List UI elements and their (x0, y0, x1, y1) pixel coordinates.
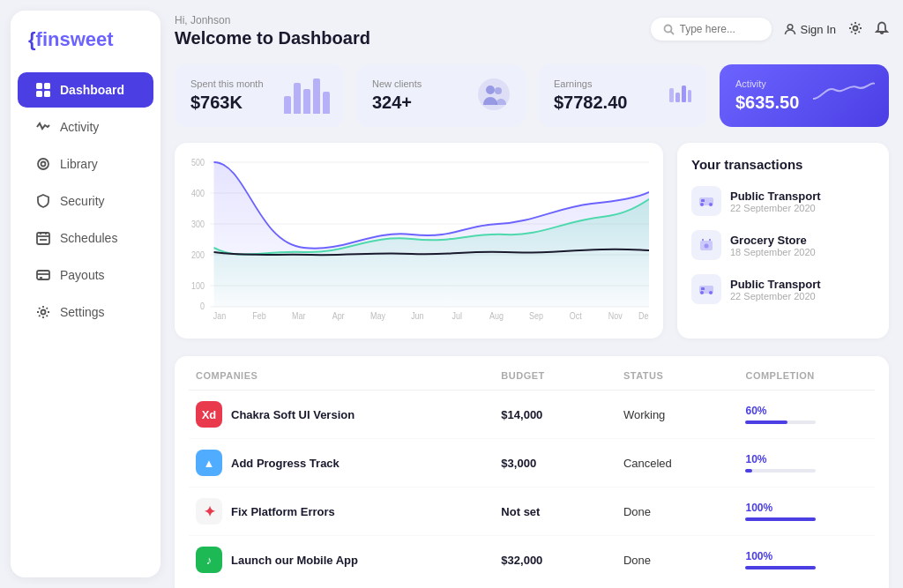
stats-row: Spent this month $763K New clients 324+ (175, 64, 889, 127)
progress-bar-bg (745, 566, 816, 569)
svg-rect-1 (44, 83, 50, 89)
completion-pct: 100% (745, 550, 868, 562)
completion-cell: 100% (745, 502, 868, 521)
svg-point-58 (709, 291, 713, 294)
svg-text:Dec: Dec (638, 310, 649, 321)
svg-rect-23 (675, 93, 680, 102)
status-cell: Done (623, 554, 746, 567)
status-cell: Working (623, 408, 746, 421)
transaction-item-2: Grocery Store 18 September 2020 (691, 230, 875, 260)
svg-text:Jun: Jun (411, 310, 423, 321)
payouts-icon (35, 267, 51, 283)
svg-rect-0 (36, 83, 42, 89)
svg-text:200: 200 (191, 249, 205, 260)
company-cell: Xd Chakra Soft UI Version (196, 401, 501, 428)
transaction-item-1: Public Transport 22 September 2020 (691, 186, 875, 216)
svg-point-19 (478, 78, 510, 110)
svg-rect-53 (701, 199, 705, 202)
company-icon: ♪ (196, 547, 222, 573)
svg-point-21 (495, 87, 502, 94)
table-section: COMPANIES BUDGET STATUS COMPLETION Xd Ch… (175, 356, 889, 588)
settings-button[interactable] (848, 21, 862, 38)
svg-text:100: 100 (191, 280, 205, 291)
svg-text:0: 0 (200, 301, 205, 311)
transaction-icon-2 (691, 230, 721, 260)
sidebar-item-label: Settings (60, 305, 105, 319)
sidebar-item-library[interactable]: Library (18, 146, 153, 182)
notifications-button[interactable] (875, 21, 889, 38)
transaction-name-3: Public Transport (730, 278, 821, 291)
svg-point-52 (709, 203, 713, 206)
sidebar-item-payouts[interactable]: Payouts (18, 257, 153, 293)
progress-bar-bg (745, 421, 816, 424)
status-cell: Done (623, 505, 746, 518)
user-icon (784, 23, 796, 35)
col-header-status: STATUS (623, 370, 746, 381)
svg-text:Mar: Mar (292, 310, 306, 321)
stat-icon-activity (813, 77, 875, 115)
progress-bar-bg (745, 469, 816, 473)
svg-point-57 (700, 291, 704, 294)
col-header-budget: BUDGET (501, 370, 623, 381)
sidebar-item-schedules[interactable]: Schedules (18, 220, 153, 256)
logo: {finsweet (11, 28, 160, 72)
transaction-icon-3 (691, 274, 721, 304)
stat-card-activity: Activity $635.50 (720, 64, 889, 127)
stat-card-earnings: Earnings $7782.40 (538, 64, 707, 127)
svg-rect-59 (701, 287, 705, 290)
transaction-info-3: Public Transport 22 September 2020 (730, 278, 821, 301)
budget-cell: $32,000 (501, 554, 623, 567)
sidebar-item-dashboard[interactable]: Dashboard (18, 72, 153, 108)
svg-text:500: 500 (191, 157, 205, 167)
settings-icon (35, 304, 51, 320)
svg-text:Sep: Sep (529, 310, 543, 321)
dashboard-icon (35, 82, 51, 98)
page-header: Hi, Jonhson Welcome to Dashboard Sign In (175, 14, 889, 48)
sidebar-item-activity[interactable]: Activity (18, 109, 153, 145)
svg-point-15 (664, 25, 671, 32)
company-icon: Xd (196, 401, 222, 428)
stat-card-clients: New clients 324+ (356, 64, 526, 127)
company-icon: ▲ (196, 450, 222, 476)
svg-point-20 (486, 86, 495, 94)
svg-rect-24 (682, 86, 686, 102)
progress-bar-fill (745, 517, 816, 521)
main-content: Hi, Jonhson Welcome to Dashboard Sign In (171, 0, 903, 588)
svg-text:300: 300 (191, 219, 205, 229)
sidebar-item-security[interactable]: Security (18, 183, 153, 219)
company-name: Chakra Soft UI Version (231, 408, 354, 421)
transactions-panel: Your transactions Public Transport 22 Se… (677, 143, 889, 339)
company-cell: ♪ Launch our Mobile App (196, 547, 501, 573)
company-name: Launch our Mobile App (231, 554, 358, 567)
svg-text:Jul: Jul (452, 310, 462, 321)
svg-rect-6 (37, 233, 49, 244)
header-greeting: Hi, Jonhson (175, 14, 370, 26)
page-title: Welcome to Dashboard (175, 28, 370, 48)
table-header-row: COMPANIES BUDGET STATUS COMPLETION (189, 370, 875, 391)
svg-point-17 (787, 25, 793, 30)
completion-cell: 100% (745, 550, 868, 569)
budget-cell: Not set (501, 505, 623, 518)
search-input[interactable] (680, 23, 759, 35)
progress-bar-fill (745, 469, 752, 473)
svg-point-4 (38, 159, 49, 169)
chart-container: 500 400 300 200 100 0 (175, 143, 663, 339)
schedules-icon (35, 230, 51, 246)
transaction-info-1: Public Transport 22 September 2020 (730, 190, 821, 213)
company-name: Add Progress Track (231, 457, 340, 470)
sign-in-button[interactable]: Sign In (784, 23, 836, 36)
search-bar[interactable] (651, 18, 772, 41)
chart-transactions-row: 500 400 300 200 100 0 (175, 143, 889, 339)
company-name: Fix Platform Errors (231, 505, 335, 518)
progress-bar-bg (745, 517, 816, 521)
security-icon (35, 193, 51, 209)
svg-text:Feb: Feb (252, 310, 266, 321)
sidebar: {finsweet Dashboard Activity (11, 11, 160, 577)
completion-pct: 100% (745, 502, 868, 514)
budget-cell: $3,000 (501, 457, 623, 470)
transactions-title: Your transactions (691, 157, 875, 172)
sidebar-item-settings[interactable]: Settings (18, 294, 153, 330)
svg-rect-3 (44, 91, 50, 97)
library-icon (35, 156, 51, 172)
sidebar-item-label: Security (60, 194, 105, 208)
